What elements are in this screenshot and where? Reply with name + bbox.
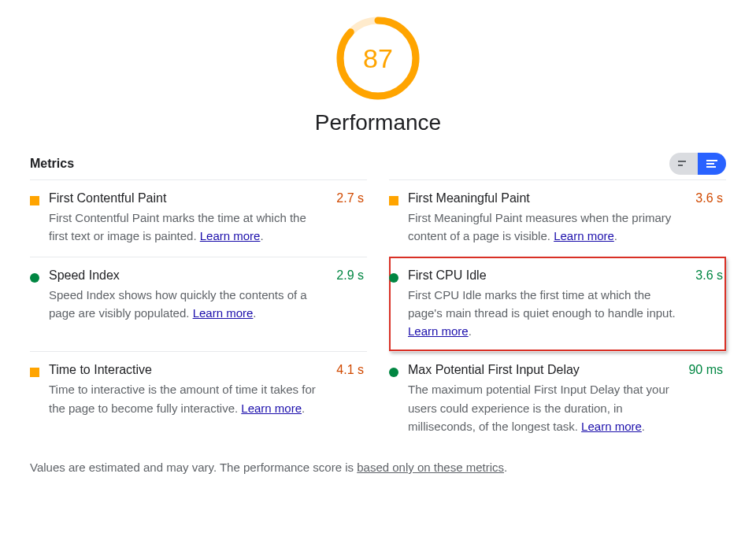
metrics-heading: Metrics bbox=[30, 157, 74, 171]
learn-more-link[interactable]: Learn more bbox=[581, 420, 642, 433]
metric-body: First Meaningful PaintFirst Meaningful P… bbox=[408, 191, 681, 246]
average-marker-icon bbox=[30, 368, 39, 377]
learn-more-link[interactable]: Learn more bbox=[200, 229, 261, 242]
metric-title: First Contentful Paint bbox=[49, 191, 322, 205]
metric-value: 90 ms bbox=[682, 363, 723, 377]
metric-description: Speed Index shows how quickly the conten… bbox=[49, 286, 322, 323]
metric-body: Speed IndexSpeed Index shows how quickly… bbox=[49, 268, 322, 323]
expand-view-button[interactable] bbox=[698, 153, 726, 175]
metric-title: First Meaningful Paint bbox=[408, 191, 681, 205]
metric-description: First Meaningful Paint measures when the… bbox=[408, 209, 681, 246]
metric-description: First Contentful Paint marks the time at… bbox=[49, 209, 322, 246]
pass-marker-icon bbox=[389, 273, 398, 283]
footnote-text-pre: Values are estimated and may vary. The p… bbox=[30, 461, 357, 474]
pass-marker-icon bbox=[30, 273, 39, 283]
metric-description: The maximum potential First Input Delay … bbox=[408, 380, 674, 435]
metric-description: Time to interactive is the amount of tim… bbox=[49, 380, 322, 417]
metric-title: Time to Interactive bbox=[49, 363, 322, 377]
metric-body: Max Potential First Input DelayThe maxim… bbox=[408, 363, 674, 435]
metric-card: First Contentful PaintFirst Contentful P… bbox=[30, 179, 367, 257]
view-toggle bbox=[669, 153, 726, 175]
learn-more-link[interactable]: Learn more bbox=[193, 306, 254, 320]
learn-more-link[interactable]: Learn more bbox=[554, 229, 614, 242]
average-marker-icon bbox=[389, 196, 398, 205]
footnote-link[interactable]: based only on these metrics bbox=[357, 461, 504, 474]
learn-more-link[interactable]: Learn more bbox=[241, 401, 302, 415]
metric-value: 2.7 s bbox=[330, 191, 364, 205]
metric-card: Speed IndexSpeed Index shows how quickly… bbox=[30, 257, 367, 352]
metric-body: Time to InteractiveTime to interactive i… bbox=[49, 363, 322, 417]
expand-icon bbox=[706, 159, 718, 168]
footnote-text-post: . bbox=[504, 461, 507, 474]
metric-value: 3.6 s bbox=[689, 191, 723, 205]
metric-body: First Contentful PaintFirst Contentful P… bbox=[49, 191, 322, 246]
average-marker-icon bbox=[30, 196, 39, 205]
pass-marker-icon bbox=[389, 368, 398, 377]
metric-body: First CPU IdleFirst CPU Idle marks the f… bbox=[408, 268, 681, 341]
metric-value: 2.9 s bbox=[330, 268, 364, 283]
collapse-view-button[interactable] bbox=[669, 153, 698, 175]
performance-score: 87 bbox=[334, 14, 422, 102]
metric-description-text: First Meaningful Paint measures when the… bbox=[408, 211, 671, 242]
metric-description-text: First Contentful Paint marks the time at… bbox=[49, 211, 306, 242]
footnote: Values are estimated and may vary. The p… bbox=[30, 461, 726, 474]
learn-more-link[interactable]: Learn more bbox=[408, 324, 469, 338]
metric-card: Time to InteractiveTime to interactive i… bbox=[30, 351, 367, 446]
metric-title: Max Potential First Input Delay bbox=[408, 363, 674, 377]
performance-gauge: 87 bbox=[334, 14, 422, 102]
metric-description-text: First CPU Idle marks the first time at w… bbox=[408, 288, 676, 320]
metric-card: First CPU IdleFirst CPU Idle marks the f… bbox=[389, 257, 726, 352]
metric-card: First Meaningful PaintFirst Meaningful P… bbox=[389, 179, 726, 257]
metric-value: 4.1 s bbox=[330, 363, 364, 377]
metric-title: Speed Index bbox=[49, 268, 322, 283]
collapse-icon bbox=[677, 159, 690, 168]
category-title: Performance bbox=[30, 110, 726, 135]
metric-card: Max Potential First Input DelayThe maxim… bbox=[389, 351, 726, 446]
metric-description-text: Speed Index shows how quickly the conten… bbox=[49, 288, 307, 320]
metric-value: 3.6 s bbox=[689, 268, 723, 283]
metric-description: First CPU Idle marks the first time at w… bbox=[408, 286, 681, 341]
metric-title: First CPU Idle bbox=[408, 268, 681, 283]
